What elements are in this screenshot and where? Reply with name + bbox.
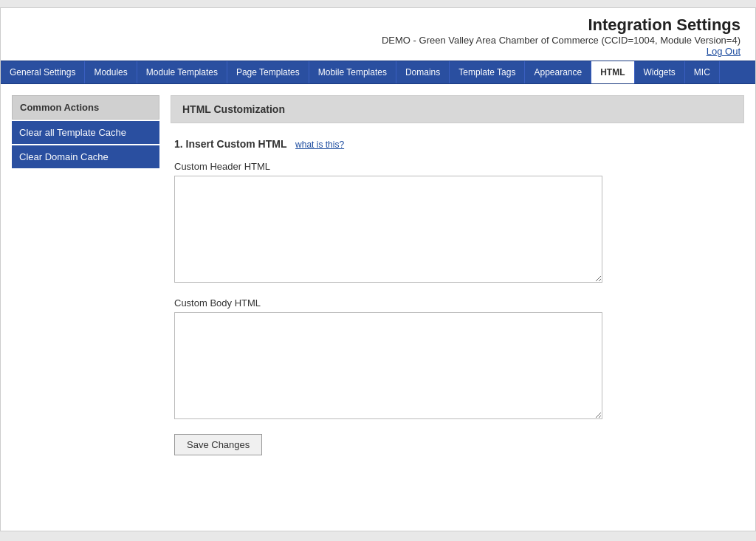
clear-template-cache-button[interactable]: Clear all Template Cache bbox=[12, 121, 159, 144]
section-title: 1. Insert Custom HTML what is this? bbox=[171, 138, 744, 150]
clear-domain-cache-button[interactable]: Clear Domain Cache bbox=[12, 145, 159, 168]
nav-item-html[interactable]: HTML bbox=[591, 61, 634, 83]
nav-item-module-templates[interactable]: Module Templates bbox=[137, 61, 227, 83]
custom-body-label: Custom Body HTML bbox=[171, 297, 744, 309]
nav-item-template-tags[interactable]: Template Tags bbox=[450, 61, 525, 83]
nav-item-widgets[interactable]: Widgets bbox=[635, 61, 685, 83]
nav-item-mic[interactable]: MIC bbox=[685, 61, 720, 83]
sidebar-heading: Common Actions bbox=[12, 95, 159, 120]
main-panel: HTML Customization 1. Insert Custom HTML… bbox=[171, 95, 744, 455]
page-subtitle: DEMO - Green Valley Area Chamber of Comm… bbox=[16, 35, 740, 46]
nav-item-page-templates[interactable]: Page Templates bbox=[227, 61, 309, 83]
sidebar: Common Actions Clear all Template Cache … bbox=[12, 95, 159, 455]
nav-bar: General SettingsModulesModule TemplatesP… bbox=[1, 61, 755, 84]
page-title: Integration Settings bbox=[16, 15, 740, 35]
nav-item-appearance[interactable]: Appearance bbox=[525, 61, 591, 83]
nav-item-modules[interactable]: Modules bbox=[85, 61, 137, 83]
custom-header-textarea[interactable] bbox=[174, 176, 602, 283]
save-changes-button[interactable]: Save Changes bbox=[174, 434, 262, 455]
what-is-this-link[interactable]: what is this? bbox=[295, 139, 344, 150]
nav-item-domains[interactable]: Domains bbox=[396, 61, 450, 83]
nav-item-general-settings[interactable]: General Settings bbox=[1, 61, 85, 83]
panel-heading: HTML Customization bbox=[171, 95, 744, 123]
logout-link[interactable]: Log Out bbox=[707, 46, 740, 57]
nav-item-mobile-templates[interactable]: Mobile Templates bbox=[309, 61, 396, 83]
section-title-text: 1. Insert Custom HTML bbox=[174, 138, 286, 150]
header: Integration Settings DEMO - Green Valley… bbox=[1, 8, 755, 61]
custom-body-textarea[interactable] bbox=[174, 312, 602, 419]
content-area: Common Actions Clear all Template Cache … bbox=[1, 84, 755, 466]
custom-header-label: Custom Header HTML bbox=[171, 161, 744, 172]
